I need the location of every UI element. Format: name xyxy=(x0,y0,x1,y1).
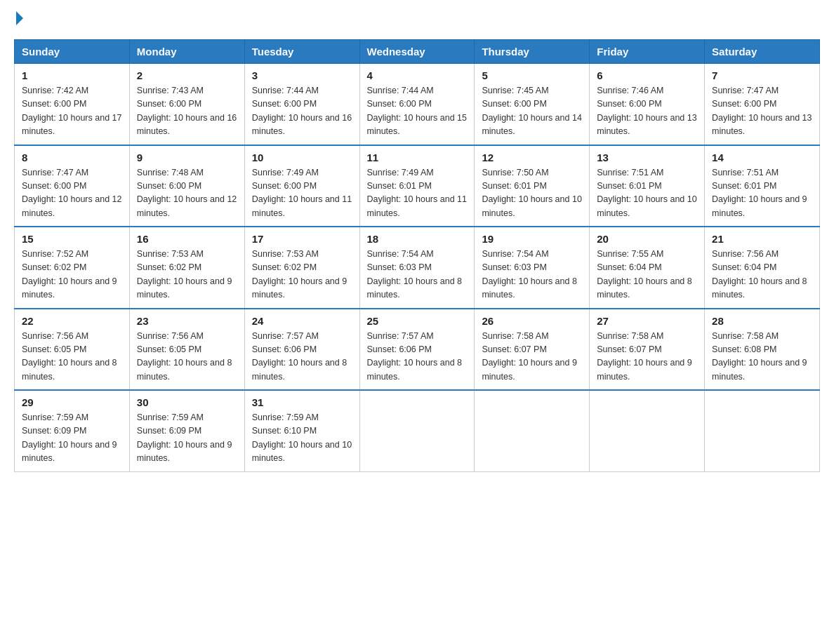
weekday-header-sunday: Sunday xyxy=(15,40,130,64)
day-number: 19 xyxy=(482,233,582,245)
calendar-cell: 17 Sunrise: 7:53 AMSunset: 6:02 PMDaylig… xyxy=(244,227,359,309)
weekday-header-tuesday: Tuesday xyxy=(244,40,359,64)
weekday-header-monday: Monday xyxy=(129,40,244,64)
day-info: Sunrise: 7:54 AMSunset: 6:03 PMDaylight:… xyxy=(367,249,463,300)
day-number: 24 xyxy=(252,315,352,327)
day-info: Sunrise: 7:47 AMSunset: 6:00 PMDaylight:… xyxy=(22,168,121,218)
day-info: Sunrise: 7:56 AMSunset: 6:05 PMDaylight:… xyxy=(137,331,232,382)
calendar-cell: 16 Sunrise: 7:53 AMSunset: 6:02 PMDaylig… xyxy=(129,227,244,309)
day-info: Sunrise: 7:59 AMSunset: 6:09 PMDaylight:… xyxy=(22,412,117,463)
calendar-cell: 31 Sunrise: 7:59 AMSunset: 6:10 PMDaylig… xyxy=(244,390,359,471)
day-info: Sunrise: 7:56 AMSunset: 6:05 PMDaylight:… xyxy=(22,331,117,382)
day-info: Sunrise: 7:42 AMSunset: 6:00 PMDaylight:… xyxy=(22,86,121,136)
weekday-header-friday: Friday xyxy=(590,40,705,64)
calendar-cell: 26 Sunrise: 7:58 AMSunset: 6:07 PMDaylig… xyxy=(475,309,590,391)
week-row-4: 22 Sunrise: 7:56 AMSunset: 6:05 PMDaylig… xyxy=(15,309,820,391)
calendar-cell: 23 Sunrise: 7:56 AMSunset: 6:05 PMDaylig… xyxy=(129,309,244,391)
calendar-cell: 18 Sunrise: 7:54 AMSunset: 6:03 PMDaylig… xyxy=(359,227,475,309)
day-number: 29 xyxy=(22,396,122,408)
day-number: 20 xyxy=(597,233,697,245)
day-number: 21 xyxy=(712,233,812,245)
calendar-cell: 14 Sunrise: 7:51 AMSunset: 6:01 PMDaylig… xyxy=(705,145,820,227)
day-info: Sunrise: 7:53 AMSunset: 6:02 PMDaylight:… xyxy=(252,249,348,300)
day-info: Sunrise: 7:56 AMSunset: 6:04 PMDaylight:… xyxy=(712,249,807,300)
day-number: 15 xyxy=(22,233,122,245)
calendar-table: SundayMondayTuesdayWednesdayThursdayFrid… xyxy=(14,39,820,472)
weekday-header-wednesday: Wednesday xyxy=(359,40,475,64)
day-number: 9 xyxy=(137,152,237,163)
calendar-cell: 22 Sunrise: 7:56 AMSunset: 6:05 PMDaylig… xyxy=(15,309,130,391)
day-number: 22 xyxy=(22,315,122,327)
day-info: Sunrise: 7:50 AMSunset: 6:01 PMDaylight:… xyxy=(482,168,581,218)
day-info: Sunrise: 7:44 AMSunset: 6:00 PMDaylight:… xyxy=(252,86,352,136)
day-number: 8 xyxy=(22,152,122,163)
calendar-cell: 13 Sunrise: 7:51 AMSunset: 6:01 PMDaylig… xyxy=(590,145,705,227)
week-row-2: 8 Sunrise: 7:47 AMSunset: 6:00 PMDayligh… xyxy=(15,145,820,227)
day-info: Sunrise: 7:46 AMSunset: 6:00 PMDaylight:… xyxy=(597,86,696,136)
day-info: Sunrise: 7:59 AMSunset: 6:10 PMDaylight:… xyxy=(252,412,352,463)
weekday-header-thursday: Thursday xyxy=(475,40,590,64)
day-info: Sunrise: 7:55 AMSunset: 6:04 PMDaylight:… xyxy=(597,249,692,300)
calendar-cell: 12 Sunrise: 7:50 AMSunset: 6:01 PMDaylig… xyxy=(475,145,590,227)
day-number: 13 xyxy=(597,152,697,163)
day-number: 28 xyxy=(712,315,812,327)
day-number: 4 xyxy=(367,69,468,81)
day-info: Sunrise: 7:58 AMSunset: 6:07 PMDaylight:… xyxy=(482,331,577,382)
day-info: Sunrise: 7:57 AMSunset: 6:06 PMDaylight:… xyxy=(367,331,463,382)
day-number: 16 xyxy=(137,233,237,245)
day-info: Sunrise: 7:57 AMSunset: 6:06 PMDaylight:… xyxy=(252,331,348,382)
day-info: Sunrise: 7:54 AMSunset: 6:03 PMDaylight:… xyxy=(482,249,577,300)
day-info: Sunrise: 7:51 AMSunset: 6:01 PMDaylight:… xyxy=(712,168,807,218)
calendar-cell: 19 Sunrise: 7:54 AMSunset: 6:03 PMDaylig… xyxy=(475,227,590,309)
calendar-cell: 11 Sunrise: 7:49 AMSunset: 6:01 PMDaylig… xyxy=(359,145,475,227)
day-info: Sunrise: 7:49 AMSunset: 6:00 PMDaylight:… xyxy=(252,168,352,218)
calendar-cell: 6 Sunrise: 7:46 AMSunset: 6:00 PMDayligh… xyxy=(590,64,705,145)
calendar-cell: 7 Sunrise: 7:47 AMSunset: 6:00 PMDayligh… xyxy=(705,64,820,145)
day-number: 12 xyxy=(482,152,582,163)
day-number: 7 xyxy=(712,69,812,81)
calendar-cell: 24 Sunrise: 7:57 AMSunset: 6:06 PMDaylig… xyxy=(244,309,359,391)
day-number: 17 xyxy=(252,233,352,245)
calendar-cell: 5 Sunrise: 7:45 AMSunset: 6:00 PMDayligh… xyxy=(475,64,590,145)
day-number: 3 xyxy=(252,69,352,81)
day-info: Sunrise: 7:52 AMSunset: 6:02 PMDaylight:… xyxy=(22,249,117,300)
page-header xyxy=(14,14,820,25)
day-number: 2 xyxy=(137,69,237,81)
calendar-cell: 9 Sunrise: 7:48 AMSunset: 6:00 PMDayligh… xyxy=(129,145,244,227)
logo-arrow-icon xyxy=(16,11,23,25)
day-info: Sunrise: 7:43 AMSunset: 6:00 PMDaylight:… xyxy=(137,86,237,136)
day-number: 31 xyxy=(252,396,352,408)
weekday-header-row: SundayMondayTuesdayWednesdayThursdayFrid… xyxy=(15,40,820,64)
calendar-cell: 3 Sunrise: 7:44 AMSunset: 6:00 PMDayligh… xyxy=(244,64,359,145)
logo-blue-text xyxy=(14,14,23,25)
logo xyxy=(14,14,23,25)
calendar-cell: 21 Sunrise: 7:56 AMSunset: 6:04 PMDaylig… xyxy=(705,227,820,309)
calendar-cell xyxy=(705,390,820,471)
calendar-cell: 10 Sunrise: 7:49 AMSunset: 6:00 PMDaylig… xyxy=(244,145,359,227)
day-number: 27 xyxy=(597,315,697,327)
calendar-cell: 28 Sunrise: 7:58 AMSunset: 6:08 PMDaylig… xyxy=(705,309,820,391)
week-row-3: 15 Sunrise: 7:52 AMSunset: 6:02 PMDaylig… xyxy=(15,227,820,309)
day-info: Sunrise: 7:49 AMSunset: 6:01 PMDaylight:… xyxy=(367,168,467,218)
day-info: Sunrise: 7:48 AMSunset: 6:00 PMDaylight:… xyxy=(137,168,237,218)
calendar-cell: 1 Sunrise: 7:42 AMSunset: 6:00 PMDayligh… xyxy=(15,64,130,145)
calendar-cell: 25 Sunrise: 7:57 AMSunset: 6:06 PMDaylig… xyxy=(359,309,475,391)
day-number: 25 xyxy=(367,315,468,327)
calendar-cell: 20 Sunrise: 7:55 AMSunset: 6:04 PMDaylig… xyxy=(590,227,705,309)
day-number: 1 xyxy=(22,69,122,81)
day-number: 11 xyxy=(367,152,468,163)
day-number: 26 xyxy=(482,315,582,327)
day-number: 14 xyxy=(712,152,812,163)
day-info: Sunrise: 7:58 AMSunset: 6:08 PMDaylight:… xyxy=(712,331,807,382)
day-number: 5 xyxy=(482,69,582,81)
day-number: 18 xyxy=(367,233,468,245)
day-info: Sunrise: 7:44 AMSunset: 6:00 PMDaylight:… xyxy=(367,86,467,136)
day-info: Sunrise: 7:45 AMSunset: 6:00 PMDaylight:… xyxy=(482,86,581,136)
calendar-cell: 27 Sunrise: 7:58 AMSunset: 6:07 PMDaylig… xyxy=(590,309,705,391)
day-info: Sunrise: 7:58 AMSunset: 6:07 PMDaylight:… xyxy=(597,331,692,382)
calendar-cell: 15 Sunrise: 7:52 AMSunset: 6:02 PMDaylig… xyxy=(15,227,130,309)
calendar-cell: 29 Sunrise: 7:59 AMSunset: 6:09 PMDaylig… xyxy=(15,390,130,471)
calendar-cell: 4 Sunrise: 7:44 AMSunset: 6:00 PMDayligh… xyxy=(359,64,475,145)
day-number: 10 xyxy=(252,152,352,163)
weekday-header-saturday: Saturday xyxy=(705,40,820,64)
